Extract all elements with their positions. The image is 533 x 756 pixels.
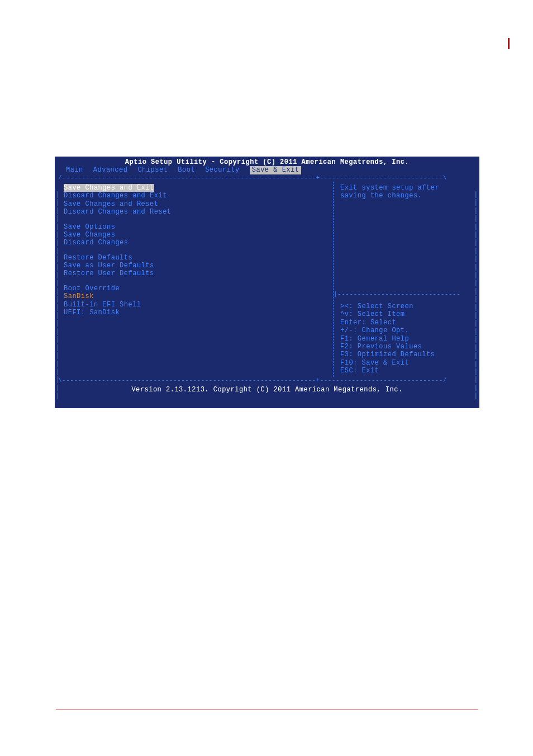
- tab-save-exit[interactable]: Save & Exit: [250, 166, 302, 174]
- bios-tab-bar: Main Advanced Chipset Boot Security Save…: [55, 166, 479, 174]
- menu-save-user-defaults[interactable]: Save as User Defaults: [64, 262, 329, 270]
- key-hints: ><: Select Screen ^v: Select Item Enter:…: [340, 303, 469, 375]
- menu-save-changes-exit[interactable]: Save Changes and Exit: [64, 184, 154, 192]
- help-description: Exit system setup after saving the chang…: [340, 184, 469, 200]
- boot-efi-shell[interactable]: Built-in EFI Shell: [64, 301, 329, 309]
- page-footer-divider: [56, 710, 478, 710]
- menu-discard-changes-exit[interactable]: Discard Changes and Exit: [64, 192, 329, 200]
- tab-boot[interactable]: Boot: [178, 166, 199, 174]
- hint-select-item: ^v: Select Item: [340, 310, 469, 318]
- tab-main[interactable]: Main: [66, 166, 88, 174]
- menu-save-changes[interactable]: Save Changes: [64, 231, 329, 239]
- hint-change-opt: +/-: Change Opt.: [340, 327, 469, 334]
- border-bottom: \---------------------------------------…: [55, 377, 479, 384]
- help-divider: |-------------------------------: [334, 291, 469, 298]
- bios-title: Aptio Setup Utility - Copyright (C) 2011…: [55, 157, 479, 166]
- menu-restore-defaults[interactable]: Restore Defaults: [64, 254, 329, 262]
- menu-discard-changes[interactable]: Discard Changes: [64, 239, 329, 247]
- hint-enter: Enter: Select: [340, 319, 469, 327]
- menu-save-changes-reset[interactable]: Save Changes and Reset: [64, 200, 329, 208]
- boot-override-header: Boot Override: [64, 285, 329, 292]
- hint-f10: F10: Save & Exit: [340, 359, 469, 367]
- boot-uefi-sandisk[interactable]: UEFI: SanDisk: [64, 309, 329, 316]
- tab-advanced[interactable]: Advanced: [93, 166, 132, 174]
- hint-esc: ESC: Exit: [340, 367, 469, 375]
- bios-setup-screen: Aptio Setup Utility - Copyright (C) 2011…: [55, 157, 479, 408]
- menu-restore-user-defaults[interactable]: Restore User Defaults: [64, 270, 329, 277]
- bios-content: Save Changes and Exit Discard Changes an…: [55, 182, 479, 377]
- tab-chipset[interactable]: Chipset: [137, 166, 172, 174]
- help-panel: Exit system setup after saving the chang…: [333, 182, 474, 377]
- border-top: /---------------------------------------…: [55, 174, 479, 182]
- boot-sandisk[interactable]: SanDisk: [64, 292, 329, 300]
- hint-f2: F2: Previous Values: [340, 343, 469, 351]
- save-options-header: Save Options: [64, 223, 329, 231]
- menu-discard-changes-reset[interactable]: Discard Changes and Reset: [64, 208, 329, 216]
- hint-f3: F3: Optimized Defaults: [340, 351, 469, 358]
- hint-f1: F1: General Help: [340, 335, 469, 343]
- tab-security[interactable]: Security: [205, 166, 244, 174]
- page-marker: [508, 38, 510, 49]
- bios-footer-version: Version 2.13.1213. Copyright (C) 2011 Am…: [55, 385, 479, 396]
- hint-select-screen: ><: Select Screen: [340, 303, 469, 310]
- menu-panel: Save Changes and Exit Discard Changes an…: [59, 182, 333, 377]
